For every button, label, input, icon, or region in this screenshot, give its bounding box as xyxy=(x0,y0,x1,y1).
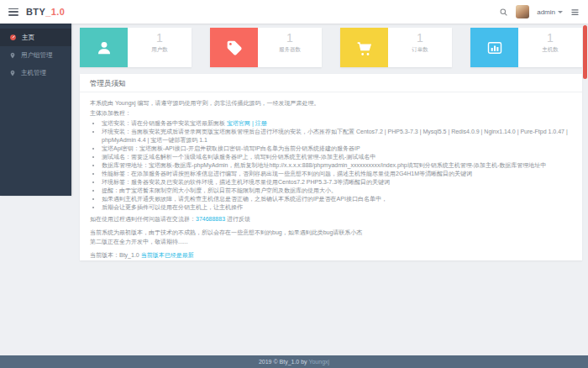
notice-bullet: 测试域名：需要泛域名解析一个顶级域名到该服务器IP上，填写到分销系统主机管理-添… xyxy=(102,153,572,161)
notice-bullet: 后期会让更多插件可以使用在分销主机上，让主机操作 xyxy=(102,203,572,212)
stat-label: 主机数 xyxy=(518,46,582,54)
sidebar-item-label: 主页 xyxy=(22,34,34,42)
stat-value: 1 xyxy=(258,31,322,45)
notice-bullet: 环境安装：当面板安装完成后请登录网页版宝塔面板管理后台进行环境的安装，小杰推荐如… xyxy=(102,128,572,144)
footer-copyright: 2019 © Bty_1.0 by xyxy=(259,359,309,365)
notice-bullet: 环境标签：服务器安装及已安装的软件环境，描述主机环境尽量使用Centos7.2 … xyxy=(102,178,572,187)
sidebar-item-label: 主机管理 xyxy=(21,69,46,77)
cart-icon xyxy=(340,28,388,67)
footer-author-link[interactable]: Youngxj xyxy=(308,359,329,365)
notice-subtitle: 主体添加教程： xyxy=(90,109,572,118)
stat-value: 1 xyxy=(128,31,192,45)
stat-card-body: 1 订单数 xyxy=(388,28,452,67)
feedback-line: 如在使用过程遇到任何问题请在交流群：374688883 进行反馈 xyxy=(90,215,572,223)
top-navbar: BTY_1.0 admin xyxy=(0,0,588,24)
map-pin-icon xyxy=(9,52,16,59)
panel-body: 本系统由 Youngxj 编写，请遵守源码使用守则，勿非法传播此源码，一经发现严… xyxy=(80,92,582,259)
current-version-line: 当前版本：Bty_1.0 当前版本已经是最新 xyxy=(90,251,572,260)
stat-value: 1 xyxy=(388,31,452,45)
username-label: admin xyxy=(537,8,555,16)
brand-logo[interactable]: BTY_1.0 xyxy=(26,7,65,17)
qq-group-link[interactable]: 374688883 xyxy=(196,216,225,222)
stat-label: 订单数 xyxy=(388,46,452,54)
stat-card-body: 1 主机数 xyxy=(518,28,582,67)
user-menu-toggle[interactable]: admin xyxy=(537,8,563,16)
stat-card-servers: 1 服务器数 xyxy=(210,28,322,67)
stat-card-body: 1 服务器数 xyxy=(258,28,322,67)
stat-label: 服务器数 xyxy=(258,46,322,54)
baota-site-link[interactable]: 宝塔官网 | 注册 xyxy=(227,120,267,126)
page-footer: 2019 © Bty_1.0 by Youngxj xyxy=(0,355,588,368)
brand-prefix: BTY xyxy=(26,7,45,17)
version-note-line1: 当前系统为最初版本，由于技术的不成熟，所以会存在一些意想不到的bug，如果遇到此… xyxy=(90,229,572,237)
right-panel-list-icon[interactable] xyxy=(570,8,580,17)
stat-card-hosts: 1 主机数 xyxy=(470,28,582,67)
notice-bullet: 提醒：由于宝塔暂未限制空间大小制度，所以目前不能限制用户空间及数据库的使用大小。 xyxy=(102,187,572,195)
sidebar-item-user-groups[interactable]: 用户组管理 xyxy=(0,46,71,64)
navbar-left: BTY_1.0 xyxy=(8,7,65,17)
sidebar-item-label: 用户组管理 xyxy=(21,51,53,60)
admin-notice-panel: 管理员须知 本系统由 Youngxj 编写，请遵守源码使用守则，勿非法传播此源码… xyxy=(80,74,582,260)
navbar-right: admin xyxy=(499,5,580,18)
page-scrollbar-thumb[interactable] xyxy=(583,25,587,79)
map-pin-icon xyxy=(9,70,16,76)
stat-label: 用户数 xyxy=(128,46,192,54)
dashboard-gauge-icon xyxy=(9,34,17,41)
panel-title: 管理员须知 xyxy=(80,74,582,92)
search-icon[interactable] xyxy=(499,8,508,17)
user-icon xyxy=(80,28,128,67)
notice-bullet: 宝塔安装：请在分销服务器中安装宝塔最新面板 宝塔官网 | 注册 xyxy=(102,119,572,128)
stats-row: 1 用户数 1 服务器数 1 订单数 1 主机数 xyxy=(80,28,582,67)
sidebar-toggle-hamburger-icon[interactable] xyxy=(8,8,18,16)
brand-suffix: _1.0 xyxy=(45,7,65,17)
chevron-down-icon xyxy=(558,11,563,13)
stat-card-body: 1 用户数 xyxy=(128,28,192,67)
notice-bullet: 宝塔Api密钥：宝塔面板-API接口-开启并获取接口密钥-填写IP白名单为当前分… xyxy=(102,145,572,153)
sidebar: 主页 用户组管理 主机管理 xyxy=(0,24,71,196)
sidebar-item-home[interactable]: 主页 xyxy=(0,29,71,46)
version-status-link[interactable]: 当前版本已经是最新 xyxy=(141,252,194,258)
user-avatar[interactable] xyxy=(516,5,529,18)
stat-card-users: 1 用户数 xyxy=(80,28,192,67)
tags-icon xyxy=(210,28,258,67)
notice-bullet: 性能标签：在添加服务器时请按照标准信息进行编写，否则容易出现一些意想不到的问题，… xyxy=(102,170,572,178)
notice-bullet: 如果遇到主机开通失败故障，请先检查主机信息是否正确，之后确认本系统运行的IP是否… xyxy=(102,195,572,203)
sidebar-item-hosts[interactable]: 主机管理 xyxy=(0,64,71,81)
bar-chart-icon xyxy=(470,28,518,67)
stat-card-orders: 1 订单数 xyxy=(340,28,452,67)
notice-bullet: 数据库管理地址：宝塔面板-数据库-phpMyAdmin，然后复制地址http:/… xyxy=(102,161,572,170)
stat-value: 1 xyxy=(518,31,582,45)
version-note-line2: 第二版正在全力开发中，敬请期待...... xyxy=(90,238,572,246)
notice-intro: 本系统由 Youngxj 编写，请遵守源码使用守则，勿非法传播此源码，一经发现严… xyxy=(90,99,572,108)
notice-bullet-list: 宝塔安装：请在分销服务器中安装宝塔最新面板 宝塔官网 | 注册 环境安装：当面板… xyxy=(90,119,572,211)
